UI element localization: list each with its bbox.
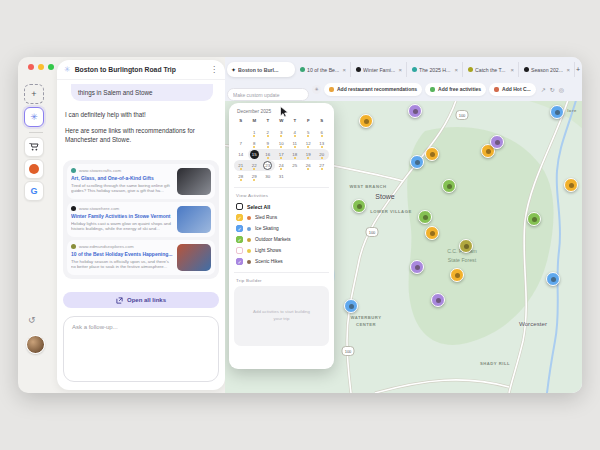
calendar-day[interactable]: 26 [302,160,316,171]
suggestion-chip[interactable]: Add free activities [425,83,486,96]
ice-skating-marker[interactable] [410,155,424,169]
suggestion-chip[interactable]: Add Hot C... [489,83,536,96]
kebab-menu-icon[interactable]: ⋮ [210,65,218,74]
scenic-hike-marker[interactable] [408,104,422,118]
custom-update-input[interactable] [227,88,309,101]
settings-icon[interactable]: ◎ [559,86,564,93]
calendar-day[interactable]: 3 [275,127,289,138]
scenic-hike-marker[interactable] [490,135,504,149]
checkbox-checked[interactable]: ✓ [236,236,243,243]
link-title[interactable]: Winter Family Activities in Stowe Vermon… [71,213,173,219]
calendar-day[interactable]: 22 [248,160,262,171]
activity-filter-row[interactable]: ✓Ice Skating [234,223,329,234]
calendar-day[interactable]: 14 [234,149,248,160]
tab[interactable]: Catch the T...× [464,62,519,77]
sidebar-item-shop[interactable] [24,137,44,157]
calendar-day[interactable]: 9 [261,138,275,149]
light-show-marker[interactable] [459,239,473,253]
calendar-day[interactable]: 12 [302,138,316,149]
ice-skating-marker[interactable] [344,299,358,313]
close-tab-icon[interactable]: × [454,67,458,73]
close-tab-icon[interactable]: × [566,67,570,73]
sled-run-marker[interactable] [564,178,578,192]
close-tab-icon[interactable]: × [398,67,402,73]
sled-run-marker[interactable] [425,226,439,240]
scenic-hike-marker[interactable] [431,293,445,307]
calendar-day[interactable]: 30 [261,171,275,182]
suggestion-chip[interactable]: Add restaurant recommendations [324,83,422,96]
event-dot-icon [253,146,255,148]
sled-run-marker[interactable] [425,147,439,161]
ice-skating-marker[interactable] [550,105,564,119]
calendar-day[interactable]: 11 [288,138,302,149]
calendar-day[interactable]: 1 [248,127,262,138]
link-card[interactable]: www.stowehere.comWinter Family Activitie… [67,202,215,237]
sidebar-item-orange-app[interactable] [24,159,44,179]
close-tab-icon[interactable]: × [510,67,514,73]
history-icon[interactable]: ↺ [28,315,36,325]
calendar-day[interactable]: 7 [234,138,248,149]
calendar-day[interactable]: 25 [288,160,302,171]
outdoor-market-marker[interactable] [418,210,432,224]
activity-filter-row[interactable]: ✓Scenic Hikes [234,256,329,267]
follow-up-input[interactable] [63,316,219,382]
activity-filter-row[interactable]: ✓Outdoor Markets [234,234,329,245]
checkbox-checked[interactable]: ✓ [236,214,243,221]
calendar-day[interactable]: 31 [275,171,289,182]
calendar-day[interactable]: 5 [302,127,316,138]
close-tab-icon[interactable]: × [342,67,346,73]
tab-active[interactable]: ✦Boston to Burl... [227,62,295,77]
sidebar-item-assistant[interactable]: ✳ [24,107,44,127]
outdoor-market-marker[interactable] [352,199,366,213]
calendar-day[interactable]: 28 [234,171,248,182]
calendar-day[interactable]: 13 [315,138,329,149]
new-item-button[interactable]: + [24,84,44,104]
checkbox-unchecked[interactable] [236,247,243,254]
checkbox-checked[interactable]: ✓ [236,225,243,232]
tab[interactable]: Winter Fami...× [352,62,407,77]
link-title[interactable]: Art, Glass, and One-of-a-Kind Gifts [71,175,173,181]
map-canvas[interactable]: December 2025 SMTWTFS1234567891011121314… [225,101,582,393]
activity-filter-row[interactable]: Light Shows [234,245,329,256]
calendar-day[interactable]: 15 [248,149,262,160]
calendar-day[interactable]: 21 [234,160,248,171]
refresh-icon[interactable]: ↻ [550,86,555,93]
checkbox-unchecked[interactable] [236,203,243,210]
calendar-day[interactable]: 24 [275,160,289,171]
link-title[interactable]: 10 of the Best Holiday Events Happening.… [71,251,173,257]
ice-skating-marker[interactable] [546,272,560,286]
activity-filter-row[interactable]: Select All [234,201,329,212]
calendar-day[interactable]: 2 [261,127,275,138]
calendar-day[interactable]: 19 [302,149,316,160]
send-icon[interactable]: ✳ [312,85,321,94]
calendar-day[interactable]: 20 [315,149,329,160]
calendar-day[interactable]: 6 [315,127,329,138]
link-card[interactable]: www.stowecrafts.comArt, Glass, and One-o… [67,164,215,199]
sled-run-marker[interactable] [450,268,464,282]
new-tab-button[interactable]: + [576,64,580,76]
calendar-day[interactable]: 17 [275,149,289,160]
calendar-day[interactable]: 23 [261,160,275,171]
activity-filter-row[interactable]: ✓Sled Runs [234,212,329,223]
calendar-day[interactable]: 10 [275,138,289,149]
calendar-day[interactable]: 4 [288,127,302,138]
sled-run-marker[interactable] [359,114,373,128]
calendar-day[interactable]: 8 [248,138,262,149]
outdoor-market-marker[interactable] [527,212,541,226]
tab[interactable]: The 2025 H...× [408,62,463,77]
sidebar-item-google[interactable]: G [24,181,44,201]
link-card[interactable]: www.edmundsexplores.com10 of the Best Ho… [67,240,215,275]
tab[interactable]: Season 202...× [520,62,575,77]
scenic-hike-marker[interactable] [410,260,424,274]
calendar-day[interactable]: 27 [315,160,329,171]
tab[interactable]: 10 of the Be...× [296,62,351,77]
share-icon[interactable]: ↗ [541,86,546,93]
outdoor-market-marker[interactable] [442,179,456,193]
calendar-day[interactable]: 29 [248,171,262,182]
sparkles-icon [247,249,251,253]
calendar-day[interactable]: 18 [288,149,302,160]
user-avatar[interactable] [26,335,45,354]
checkbox-checked[interactable]: ✓ [236,258,243,265]
calendar-day[interactable]: 16 [261,149,275,160]
open-all-links-button[interactable]: Open all links [63,292,219,308]
